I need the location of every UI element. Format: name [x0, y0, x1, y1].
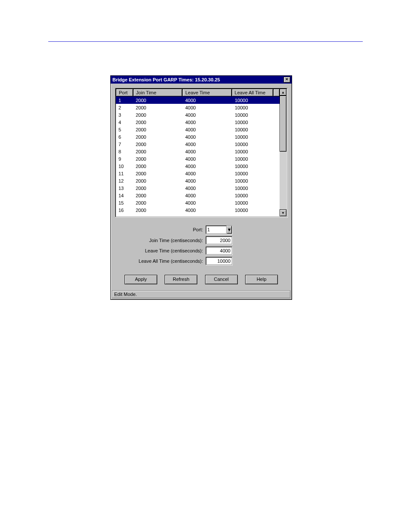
- window-title: Bridge Extension Port GARP Times: 15.20.…: [112, 77, 283, 82]
- cell-port: 16: [116, 207, 133, 213]
- cell-join: 2000: [133, 171, 183, 176]
- cell-join: 2000: [133, 119, 183, 125]
- cell-port: 4: [116, 119, 133, 125]
- column-header-port[interactable]: Port: [116, 89, 133, 96]
- table-row[interactable]: 162000400010000: [116, 206, 280, 214]
- cell-leaveall: 10000: [232, 171, 274, 176]
- cell-leaveall: 10000: [232, 97, 274, 103]
- cell-leave: 4000: [183, 200, 232, 205]
- cell-join: 2000: [133, 127, 183, 132]
- garp-table: PortJoin TimeLeave TimeLeave All Time 12…: [115, 88, 287, 217]
- cell-join: 2000: [133, 156, 183, 162]
- cell-join: 2000: [133, 105, 183, 110]
- cell-port: 3: [116, 112, 133, 118]
- column-header-join[interactable]: Join Time: [133, 89, 182, 96]
- cell-leaveall: 10000: [232, 105, 274, 110]
- table-row[interactable]: 62000400010000: [116, 133, 280, 140]
- table-row[interactable]: 12000400010000: [116, 96, 280, 104]
- cell-leave: 4000: [183, 163, 232, 169]
- cell-leave: 4000: [183, 112, 232, 118]
- cell-join: 2000: [133, 163, 183, 169]
- scroll-thumb[interactable]: [280, 96, 286, 152]
- cell-port: 14: [116, 193, 133, 198]
- table-row[interactable]: 132000400010000: [116, 184, 280, 192]
- table-row[interactable]: 102000400010000: [116, 162, 280, 170]
- refresh-button[interactable]: Refresh: [165, 275, 197, 284]
- cell-join: 2000: [133, 185, 183, 191]
- cell-leaveall: 10000: [232, 200, 274, 205]
- cell-leaveall: 10000: [232, 149, 274, 154]
- table-row[interactable]: 112000400010000: [116, 170, 280, 177]
- close-icon[interactable]: ✕: [283, 77, 290, 83]
- cell-port: 13: [116, 185, 133, 191]
- cell-leaveall: 10000: [232, 112, 274, 118]
- port-select[interactable]: ▼: [206, 225, 232, 234]
- cell-port: 12: [116, 178, 133, 184]
- cell-leave: 4000: [183, 193, 232, 198]
- cell-leaveall: 10000: [232, 185, 274, 191]
- cell-port: 1: [116, 97, 133, 103]
- table-row[interactable]: 72000400010000: [116, 140, 280, 148]
- scroll-track[interactable]: [280, 96, 286, 209]
- chevron-down-icon[interactable]: ▼: [226, 226, 232, 233]
- cell-leaveall: 10000: [232, 119, 274, 125]
- column-header-leaveall[interactable]: Leave All Time: [232, 89, 273, 96]
- cell-port: 10: [116, 163, 133, 169]
- cell-leaveall: 10000: [232, 178, 274, 184]
- scroll-down-icon[interactable]: ▼: [280, 209, 286, 216]
- cell-join: 2000: [133, 149, 183, 154]
- cell-port: 7: [116, 141, 133, 147]
- cell-join: 2000: [133, 141, 183, 147]
- join-time-field[interactable]: [206, 236, 232, 244]
- cell-join: 2000: [133, 97, 183, 103]
- cell-port: 9: [116, 156, 133, 162]
- edit-form: Port: ▼ Join Time (centiseconds): Leave …: [115, 217, 287, 270]
- table-row[interactable]: 42000400010000: [116, 118, 280, 126]
- table-row[interactable]: 82000400010000: [116, 148, 280, 155]
- table-row[interactable]: 122000400010000: [116, 177, 280, 184]
- leave-time-field[interactable]: [206, 246, 232, 255]
- cell-port: 5: [116, 127, 133, 132]
- column-header-leave[interactable]: Leave Time: [182, 89, 231, 96]
- cell-leaveall: 10000: [232, 207, 274, 213]
- status-bar: Edit Mode.: [112, 290, 290, 298]
- table-row[interactable]: 92000400010000: [116, 155, 280, 162]
- cell-leave: 4000: [183, 149, 232, 154]
- cell-port: 8: [116, 149, 133, 154]
- join-time-label: Join Time (centiseconds):: [149, 238, 203, 243]
- table-row[interactable]: 22000400010000: [116, 104, 280, 111]
- cell-leave: 4000: [183, 207, 232, 213]
- cell-join: 2000: [133, 193, 183, 198]
- cancel-button[interactable]: Cancel: [205, 275, 238, 284]
- column-header-spacer[interactable]: [273, 89, 280, 96]
- cell-leave: 4000: [183, 156, 232, 162]
- leave-all-time-field[interactable]: [206, 257, 232, 265]
- apply-button[interactable]: Apply: [125, 275, 157, 284]
- cell-leave: 4000: [183, 119, 232, 125]
- status-text: Edit Mode.: [114, 292, 137, 297]
- cell-leaveall: 10000: [232, 156, 274, 162]
- titlebar[interactable]: Bridge Extension Port GARP Times: 15.20.…: [111, 76, 292, 84]
- cell-leave: 4000: [183, 97, 232, 103]
- table-row[interactable]: 152000400010000: [116, 199, 280, 206]
- garp-times-dialog: Bridge Extension Port GARP Times: 15.20.…: [110, 75, 292, 300]
- cell-leaveall: 10000: [232, 193, 274, 198]
- table-row[interactable]: 142000400010000: [116, 192, 280, 199]
- cell-leave: 4000: [183, 171, 232, 176]
- cell-leaveall: 10000: [232, 163, 274, 169]
- cell-port: 6: [116, 134, 133, 140]
- cell-join: 2000: [133, 112, 183, 118]
- port-select-value[interactable]: [206, 226, 226, 233]
- cell-join: 2000: [133, 134, 183, 140]
- leave-all-time-label: Leave All Time (centiseconds):: [139, 258, 203, 264]
- cell-leave: 4000: [183, 134, 232, 140]
- vertical-scrollbar[interactable]: ▲ ▼: [280, 89, 286, 216]
- table-row[interactable]: 32000400010000: [116, 111, 280, 118]
- cell-leave: 4000: [183, 185, 232, 191]
- cell-leaveall: 10000: [232, 127, 274, 132]
- scroll-up-icon[interactable]: ▲: [280, 89, 286, 96]
- cell-join: 2000: [133, 178, 183, 184]
- page-divider: [48, 41, 363, 42]
- help-button[interactable]: Help: [245, 275, 278, 284]
- table-row[interactable]: 52000400010000: [116, 126, 280, 133]
